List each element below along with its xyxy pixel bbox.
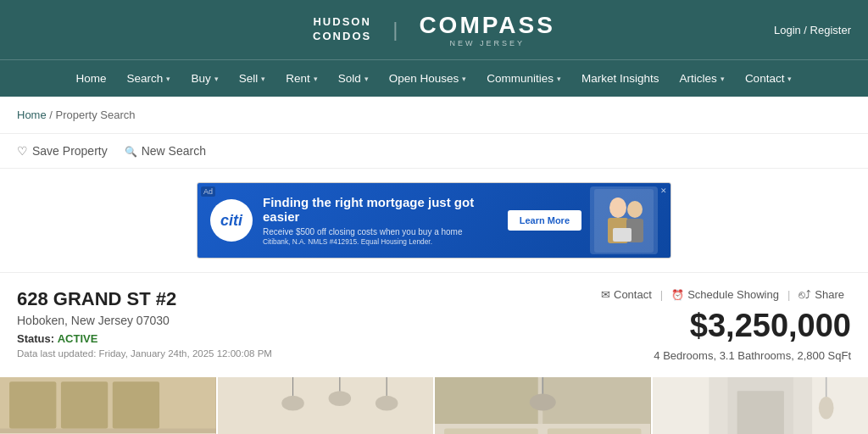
- svg-rect-25: [435, 377, 538, 424]
- property-right: Contact | Schedule Showing | ⤴ Share $3,…: [594, 288, 851, 362]
- ad-close-icon[interactable]: ✕: [660, 186, 667, 195]
- svg-point-18: [328, 391, 351, 406]
- photo-2[interactable]: [218, 377, 436, 434]
- nav-articles[interactable]: Articles▾: [670, 60, 735, 97]
- photo-strip: [0, 377, 868, 434]
- breadcrumb: Home / Property Search: [0, 97, 868, 134]
- property-section: 628 GRAND ST #2 Hoboken, New Jersey 0703…: [0, 273, 868, 370]
- photo-4[interactable]: [653, 377, 869, 434]
- property-city-state: Hoboken, New Jersey 07030: [17, 314, 272, 327]
- svg-rect-28: [444, 429, 538, 434]
- ad-text-area: Finding the right mortgage just got easi…: [263, 195, 499, 246]
- top-bar: HUDSON CONDOS | COMPASS NEW JERSEY Login…: [0, 0, 868, 59]
- property-updated-time: Data last updated: Friday, January 24th,…: [17, 348, 272, 359]
- nav-rent[interactable]: Rent▾: [275, 60, 328, 97]
- nav-search[interactable]: Search▾: [117, 60, 181, 97]
- articles-dropdown-arrow: ▾: [721, 75, 725, 83]
- nav-communities[interactable]: Communities▾: [476, 60, 571, 97]
- search-icon: [125, 144, 137, 158]
- property-status: Status: ACTIVE: [17, 332, 272, 345]
- heart-icon: [17, 144, 28, 158]
- svg-point-20: [375, 396, 398, 411]
- new-search-button[interactable]: New Search: [125, 144, 206, 158]
- property-address: 628 GRAND ST #2: [17, 288, 272, 310]
- compass-name: COMPASS: [419, 12, 555, 39]
- open-houses-dropdown-arrow: ▾: [462, 75, 466, 83]
- communities-dropdown-arrow: ▾: [557, 75, 561, 83]
- search-dropdown-arrow: ▾: [166, 75, 170, 83]
- svg-rect-10: [113, 381, 159, 428]
- photo-3[interactable]: [435, 377, 653, 434]
- nav-sell[interactable]: Sell▾: [229, 60, 276, 97]
- contact-dropdown-arrow: ▾: [787, 75, 792, 83]
- hudson-logo: HUDSON CONDOS: [313, 15, 371, 44]
- svg-point-3: [627, 201, 643, 218]
- ad-container: Ad ✕ citi Finding the right mortgage jus…: [0, 169, 868, 273]
- login-register-link[interactable]: Login / Register: [774, 24, 851, 36]
- action-divider-2: |: [786, 288, 792, 301]
- breadcrumb-home-link[interactable]: Home: [17, 108, 47, 121]
- status-active-badge: ACTIVE: [58, 332, 98, 345]
- nav-sold[interactable]: Sold▾: [328, 60, 379, 97]
- action-divider-1: |: [659, 288, 665, 301]
- svg-point-37: [818, 397, 833, 420]
- svg-rect-14: [218, 377, 434, 434]
- learn-more-button[interactable]: Learn More: [508, 210, 581, 231]
- svg-point-16: [281, 396, 304, 411]
- compass-sub: NEW JERSEY: [449, 39, 525, 47]
- schedule-showing-button[interactable]: Schedule Showing: [665, 288, 786, 301]
- nav-open-houses[interactable]: Open Houses▾: [379, 60, 477, 97]
- nav-contact[interactable]: Contact▾: [735, 60, 803, 97]
- ad-person-image: [590, 186, 658, 254]
- photo-1[interactable]: [0, 377, 218, 434]
- clock-icon: [671, 288, 684, 301]
- nav-bar: Home Search▾ Buy▾ Sell▾ Rent▾ Sold▾ Open…: [0, 59, 868, 97]
- contact-button[interactable]: Contact: [594, 288, 659, 301]
- citi-logo: citi: [210, 199, 253, 242]
- svg-rect-29: [548, 429, 642, 434]
- nav-market-insights[interactable]: Market Insights: [571, 60, 670, 97]
- save-property-button[interactable]: Save Property: [17, 144, 108, 158]
- svg-point-1: [609, 198, 626, 218]
- breadcrumb-separator: /: [47, 108, 56, 121]
- logo-area: HUDSON CONDOS | COMPASS NEW JERSEY: [313, 12, 555, 47]
- property-details: 4 Bedrooms, 3.1 Bathrooms, 2,800 SqFt: [594, 349, 851, 362]
- compass-logo: COMPASS NEW JERSEY: [419, 12, 555, 47]
- nav-home[interactable]: Home: [66, 60, 117, 97]
- breadcrumb-current: Property Search: [56, 108, 136, 121]
- action-bar: Save Property New Search: [0, 134, 868, 169]
- nav-buy[interactable]: Buy▾: [181, 60, 228, 97]
- svg-rect-26: [542, 377, 650, 424]
- rent-dropdown-arrow: ▾: [314, 75, 318, 83]
- svg-rect-38: [737, 391, 783, 434]
- buy-dropdown-arrow: ▾: [214, 75, 219, 83]
- ad-body: Receive $500 off closing costs when you …: [263, 227, 499, 246]
- envelope-icon: [601, 288, 610, 301]
- sell-dropdown-arrow: ▾: [261, 75, 265, 83]
- svg-point-31: [530, 394, 556, 411]
- property-actions: Contact | Schedule Showing | ⤴ Share: [594, 288, 851, 301]
- sold-dropdown-arrow: ▾: [364, 75, 369, 83]
- logo-divider: |: [392, 18, 398, 42]
- ad-headline: Finding the right mortgage just got easi…: [263, 195, 499, 224]
- share-button[interactable]: ⤴ Share: [792, 288, 851, 301]
- property-left: 628 GRAND ST #2 Hoboken, New Jersey 0703…: [17, 288, 272, 359]
- svg-rect-9: [61, 381, 108, 428]
- svg-rect-5: [613, 228, 632, 242]
- share-icon: ⤴: [798, 288, 811, 301]
- svg-rect-8: [9, 381, 56, 428]
- property-price: $3,250,000: [594, 308, 851, 344]
- ad-tag: Ad: [201, 186, 215, 197]
- ad-banner: Ad ✕ citi Finding the right mortgage jus…: [197, 182, 671, 259]
